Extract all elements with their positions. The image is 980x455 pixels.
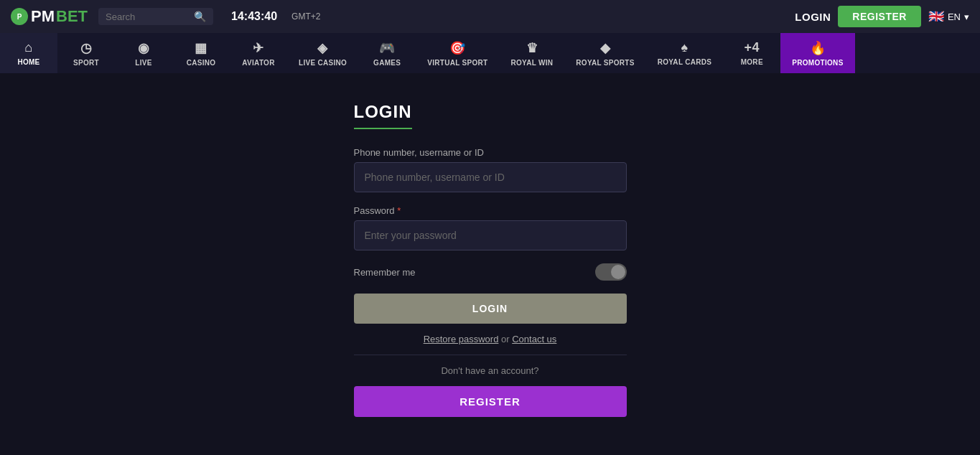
nav-item-sport[interactable]: ◷ SPORT [57, 33, 115, 73]
search-box[interactable]: 🔍 [98, 8, 213, 25]
nav-item-home[interactable]: ⌂ HOME [0, 33, 57, 73]
username-group: Phone number, username or ID [354, 147, 627, 192]
remember-row: Remember me [354, 263, 627, 281]
nav-item-more[interactable]: +4 MORE [723, 33, 780, 73]
search-icon: 🔍 [194, 11, 206, 22]
nav-item-live-casino[interactable]: ◈ LIVE CASINO [287, 33, 358, 73]
casino-icon: ▦ [195, 40, 207, 56]
home-icon: ⌂ [24, 40, 32, 55]
nav-label-more: MORE [741, 58, 763, 66]
nav-item-royal-sports[interactable]: ◆ ROYAL SPORTS [564, 33, 645, 73]
login-container: LOGIN Phone number, username or ID Passw… [354, 88, 627, 455]
register-button[interactable]: REGISTER [838, 6, 921, 27]
password-required: * [395, 205, 401, 216]
header: P PM BET 🔍 14:43:40 GMT+2 LOGIN REGISTER… [0, 0, 980, 33]
nav-item-aviator[interactable]: ✈ AVIATOR [230, 33, 287, 73]
nav-item-casino[interactable]: ▦ CASINO [172, 33, 230, 73]
login-button[interactable]: LOGIN [795, 11, 831, 23]
virtual-sport-icon: 🎯 [449, 40, 466, 56]
nav-label-royal-cards: ROYAL CARDS [658, 58, 712, 66]
nav-bar: ⌂ HOME ◷ SPORT ◉ LIVE ▦ CASINO ✈ AVIATOR… [0, 33, 980, 73]
password-input[interactable] [354, 220, 627, 250]
logo-bet: BET [56, 7, 88, 26]
nav-label-royal-win: ROYAL WIN [510, 59, 553, 67]
nav-label-virtual-sport: VIRTUAL SPORT [427, 59, 487, 67]
nav-label-casino: CASINO [187, 59, 216, 67]
password-group: Password * [354, 205, 627, 250]
restore-row: Restore password or Contact us [354, 334, 627, 344]
time-display: 14:43:40 [231, 10, 277, 23]
timezone: GMT+2 [291, 11, 320, 22]
nav-item-live[interactable]: ◉ LIVE [115, 33, 172, 73]
remember-label: Remember me [354, 267, 416, 278]
flag-icon: 🇬🇧 [928, 9, 944, 24]
nav-item-promotions[interactable]: 🔥 PROMOTIONS [780, 33, 854, 73]
nav-item-games[interactable]: 🎮 GAMES [358, 33, 416, 73]
sport-icon: ◷ [80, 40, 93, 56]
nav-item-royal-cards[interactable]: ♠ ROYAL CARDS [646, 33, 724, 73]
promotions-icon: 🔥 [810, 40, 826, 56]
royal-cards-icon: ♠ [681, 40, 688, 55]
nav-item-royal-win[interactable]: ♛ ROYAL WIN [499, 33, 564, 73]
nav-label-aviator: AVIATOR [242, 59, 274, 67]
username-input[interactable] [354, 162, 627, 192]
restore-password-link[interactable]: Restore password [424, 334, 499, 344]
username-label: Phone number, username or ID [354, 147, 627, 158]
contact-us-link[interactable]: Contact us [512, 334, 556, 344]
nav-label-promotions: PROMOTIONS [792, 59, 843, 67]
games-icon: 🎮 [379, 40, 396, 56]
nav-label-live: LIVE [135, 59, 151, 67]
nav-label-home: HOME [17, 58, 39, 66]
nav-label-games: GAMES [373, 59, 401, 67]
live-casino-icon: ◈ [317, 40, 328, 56]
chevron-down-icon: ▾ [964, 11, 969, 22]
register-submit-button[interactable]: REGISTER [354, 386, 627, 417]
header-right: LOGIN REGISTER 🇬🇧 EN ▾ [795, 6, 969, 27]
live-icon: ◉ [138, 40, 150, 56]
login-submit-button[interactable]: LOGIN [354, 294, 627, 324]
royal-win-icon: ♛ [526, 40, 538, 56]
logo-icon: P [11, 8, 28, 25]
nav-label-royal-sports: ROYAL SPORTS [576, 59, 634, 67]
language-selector[interactable]: 🇬🇧 EN ▾ [928, 9, 969, 24]
login-title: LOGIN [354, 102, 412, 129]
nav-label-sport: SPORT [73, 59, 99, 67]
search-input[interactable] [106, 11, 188, 22]
nav-item-virtual-sport[interactable]: 🎯 VIRTUAL SPORT [416, 33, 499, 73]
lang-label: EN [948, 11, 961, 22]
toggle-knob [611, 265, 625, 279]
nav-label-live-casino: LIVE CASINO [299, 59, 347, 67]
aviator-icon: ✈ [253, 40, 264, 56]
logo[interactable]: P PM BET [11, 7, 88, 26]
main-content: LOGIN Phone number, username or ID Passw… [0, 73, 980, 455]
more-icon: +4 [745, 40, 760, 55]
no-account-text: Don't have an account? [354, 365, 627, 376]
remember-toggle[interactable] [595, 263, 627, 281]
password-label: Password * [354, 205, 627, 216]
divider [354, 355, 627, 355]
logo-pm: PM [31, 7, 55, 26]
royal-sports-icon: ◆ [600, 40, 611, 56]
